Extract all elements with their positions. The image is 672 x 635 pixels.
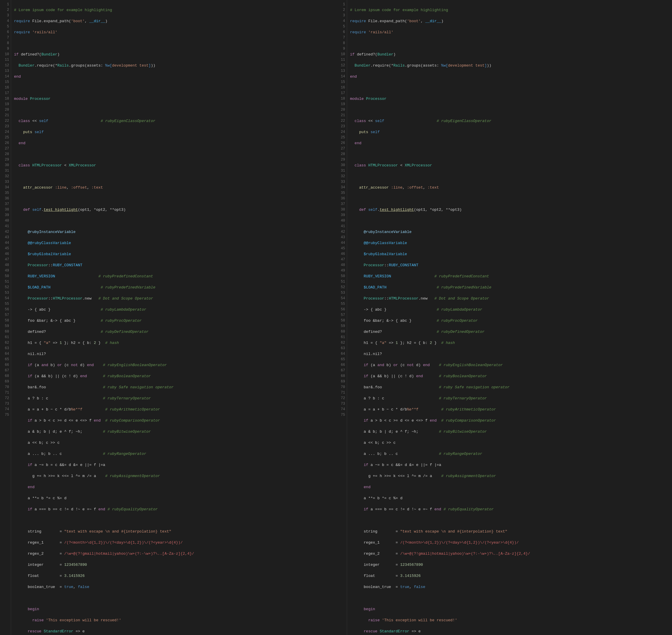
right-code-content: # Lorem ipsum code for example highlight… [347,0,672,635]
left-line-numbers: 12345 678910 1112131415 1617181920 21222… [0,0,11,635]
left-pane: 12345 678910 1112131415 1617181920 21222… [0,0,336,635]
left-code-content: # Lorem ipsum code for example highlight… [11,0,336,635]
right-pane: 12345 678910 1112131415 1617181920 21222… [336,0,672,635]
right-line-numbers: 12345 678910 1112131415 1617181920 21222… [336,0,347,635]
